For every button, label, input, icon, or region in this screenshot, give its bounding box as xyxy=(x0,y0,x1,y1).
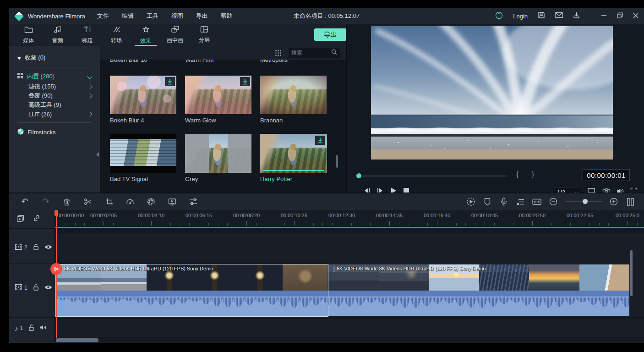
menu-tools[interactable]: 工具 xyxy=(147,12,158,20)
menubar: 文件 编辑 工具 视图 导出 帮助 xyxy=(97,12,233,20)
effects-panel-header xyxy=(100,46,346,60)
video-track-2-lane[interactable] xyxy=(55,233,644,263)
effects-row-partial: Bokeh Blur 10 Warm Film Metropolis xyxy=(100,60,346,65)
sidebar-item-builtin[interactable]: 内置 (280) xyxy=(9,71,100,82)
lock-icon[interactable] xyxy=(33,284,39,292)
timeline-clip-2[interactable]: 8K VIDEOS World 8K Videos HDR UltraHD (1… xyxy=(328,264,629,316)
effect-card-brannan[interactable]: Brannan xyxy=(260,76,327,124)
search-icon[interactable] xyxy=(331,49,337,57)
sidebar-item-lut[interactable]: LUT (26) xyxy=(9,110,100,119)
clip-frame-thumbnail xyxy=(237,264,283,291)
adjust-sliders-button[interactable] xyxy=(189,197,198,206)
crop-button[interactable] xyxy=(104,197,114,206)
effect-card-harry-potter[interactable]: Harry Potter xyxy=(260,134,327,182)
minimize-button[interactable] xyxy=(601,12,607,20)
menu-file[interactable]: 文件 xyxy=(97,12,109,20)
effects-scrollbar[interactable] xyxy=(336,155,338,168)
menu-help[interactable]: 帮助 xyxy=(221,12,233,20)
ruler-scale: 00:00:00:0000:00:02:0500:00:04:1000:00:0… xyxy=(55,210,644,228)
timeline-hscroll-track[interactable] xyxy=(55,338,644,343)
speaker-icon[interactable] xyxy=(40,324,47,332)
timeline-horizontal-scrollbar[interactable] xyxy=(56,338,98,342)
menu-view[interactable]: 视图 xyxy=(171,12,183,20)
filmstocks-icon xyxy=(17,128,24,136)
record-voiceover-button[interactable] xyxy=(499,197,508,206)
tab-transitions[interactable]: 转场 xyxy=(102,24,131,46)
tab-media[interactable]: 媒体 xyxy=(14,24,43,46)
panel-layout-button[interactable] xyxy=(626,197,635,206)
search-input[interactable] xyxy=(291,50,331,56)
manage-tracks-icon[interactable] xyxy=(16,214,25,224)
export-button[interactable]: 导出 xyxy=(314,28,346,41)
tab-audio[interactable]: 音频 xyxy=(43,24,72,46)
delete-button[interactable] xyxy=(62,197,71,206)
clip-frame-thumbnail xyxy=(579,264,630,291)
clip-audio-waveform xyxy=(56,291,328,316)
info-icon[interactable] xyxy=(495,11,503,21)
tab-effects[interactable]: 效果 xyxy=(131,24,160,46)
download-update-icon[interactable] xyxy=(573,11,580,21)
green-screen-button[interactable] xyxy=(168,197,177,206)
menu-export[interactable]: 导出 xyxy=(196,12,208,20)
link-icon[interactable] xyxy=(33,214,41,224)
download-icon xyxy=(315,136,325,145)
sidebar-collapse-handle[interactable] xyxy=(96,152,99,157)
sidebar-item-favorites[interactable]: ♥ 收藏 (0) xyxy=(9,52,100,63)
zoom-out-button[interactable] xyxy=(549,197,558,206)
playhead-handle[interactable] xyxy=(55,210,58,216)
undo-button[interactable]: ↶ xyxy=(20,197,29,206)
tab-titles[interactable]: 标题 xyxy=(72,24,102,46)
tab-splitscreen[interactable]: 分屏 xyxy=(190,24,219,46)
sidebar-item-filmstocks[interactable]: Filmstocks xyxy=(9,126,100,138)
close-button[interactable] xyxy=(633,12,639,20)
playhead-scissors-icon[interactable] xyxy=(50,263,62,275)
effect-label-partial: Warm Film xyxy=(185,60,213,63)
zoom-to-fit-button[interactable] xyxy=(532,197,541,206)
sidebar-item-filters[interactable]: 滤镜 (155) xyxy=(9,82,100,91)
timeline-lanes: 00:00:00:0000:00:02:0500:00:04:1000:00:0… xyxy=(55,210,644,343)
effect-label-partial: Metropolis xyxy=(260,60,288,63)
tab-pip[interactable]: 画中画 xyxy=(160,24,190,46)
sidebar-item-overlays[interactable]: 叠覆 (90) xyxy=(9,91,100,100)
preview-scrubber-track[interactable] xyxy=(362,176,507,176)
effect-card-bad-tv-signal[interactable]: Bad TV Signal xyxy=(110,134,176,182)
mark-in-out[interactable]: { } xyxy=(516,170,540,179)
mail-icon[interactable] xyxy=(555,12,563,20)
restore-button[interactable] xyxy=(617,12,623,20)
slider-knob[interactable] xyxy=(583,199,588,204)
timeline-clip-1[interactable]: 8K VIDEOS World 8K Videos HDR UltraHD (1… xyxy=(56,264,328,316)
split-scissors-button[interactable] xyxy=(83,197,93,206)
speed-button[interactable] xyxy=(126,197,135,206)
login-button[interactable]: Login xyxy=(513,13,528,20)
ruler-timestamp: 00:00:20:50 xyxy=(512,213,553,218)
menu-edit[interactable]: 编辑 xyxy=(122,12,134,20)
effect-card-warm-glow[interactable]: Warm Glow xyxy=(185,76,251,124)
save-icon[interactable] xyxy=(538,11,545,21)
color-palette-button[interactable] xyxy=(147,197,156,206)
audio-track-1-lane[interactable] xyxy=(55,319,644,337)
filmora-logo-icon xyxy=(14,11,24,21)
eye-icon[interactable] xyxy=(44,284,52,292)
grid-view-icon[interactable] xyxy=(275,50,282,58)
marker-shield-button[interactable] xyxy=(483,197,492,206)
lock-icon[interactable] xyxy=(28,324,34,333)
audio-mixer-button[interactable] xyxy=(516,197,525,206)
timeline-vertical-scrollbar[interactable] xyxy=(630,250,633,296)
render-preview-button[interactable] xyxy=(466,197,475,206)
effect-card-grey[interactable]: Grey xyxy=(185,134,251,182)
redo-button[interactable]: ↷ xyxy=(41,197,50,206)
preview-scrubber-handle[interactable] xyxy=(356,173,361,178)
eye-icon[interactable] xyxy=(44,243,52,252)
sidebar-item-advanced-tools[interactable]: 高级工具 (9) xyxy=(9,100,100,110)
lock-icon[interactable] xyxy=(33,243,39,252)
preview-video-frame[interactable] xyxy=(371,26,613,160)
timeline-zoom-slider[interactable] xyxy=(565,197,602,206)
track-header-video-2: 2 xyxy=(9,241,55,254)
clip-label: 8K VIDEOS World 8K Videos HDR UltraHD (1… xyxy=(337,266,486,271)
grid-icon xyxy=(17,73,23,80)
timeline-ruler[interactable]: 00:00:00:0000:00:02:0500:00:04:1000:00:0… xyxy=(55,210,644,228)
zoom-in-button[interactable] xyxy=(609,197,618,206)
effect-card-bokeh-blur-4[interactable]: Bokeh Blur 4 xyxy=(110,76,176,124)
video-track-icon xyxy=(15,284,22,292)
chevron-right-icon xyxy=(87,93,92,98)
